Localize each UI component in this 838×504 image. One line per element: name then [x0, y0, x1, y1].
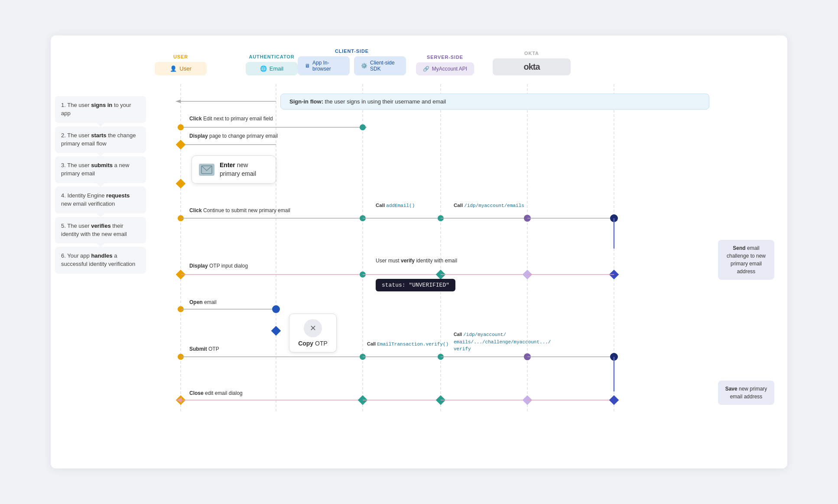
- label-display-page: Display page to change primary email: [189, 133, 278, 139]
- col-auth: AUTHENTICATOR 🌐 Email: [241, 54, 302, 75]
- svg-rect-38: [271, 326, 281, 336]
- copy-label: Copy OTP: [298, 340, 328, 347]
- email-card-icon: [199, 164, 214, 176]
- svg-rect-14: [176, 140, 186, 150]
- svg-marker-7: [175, 100, 181, 103]
- okta-panel-send: Send email challenge to new primary emai…: [718, 240, 774, 280]
- label-click-edit: Click Edit next to primary email field: [189, 116, 273, 122]
- header-row: USER 👤 User AUTHENTICATOR 🌐 Email: [146, 48, 779, 75]
- signin-banner: Sign-in flow: the user signs in using th…: [280, 94, 709, 110]
- step-3: 3. The user submits a new primary email: [55, 156, 146, 183]
- col-okta: OKTA okta: [488, 51, 575, 75]
- col-box-auth: 🌐 Email: [246, 62, 298, 75]
- label-click-continue: Click Continue to submit new primary ema…: [189, 207, 290, 213]
- step-2: 2. The user starts the change primary em…: [55, 126, 146, 153]
- label-call-idp: Call /idp/myaccount/emails: [454, 203, 524, 208]
- col-label-client: CLIENT-SIDE: [335, 48, 369, 54]
- col-label-auth: AUTHENTICATOR: [249, 54, 294, 59]
- step-1: 1. The user signs in to your app: [55, 96, 146, 123]
- label-call-addemail: Call addEmail(): [376, 203, 415, 208]
- enter-email-text: Enter newprimary email: [220, 161, 256, 178]
- swim-area: Sign-in flow: the user signs in using th…: [146, 84, 779, 413]
- status-badge: status: "UNVERIFIED": [376, 279, 455, 291]
- okta-panel-save: Save new primary email address: [718, 381, 774, 405]
- col-box-server: 🔗 MyAccount API: [416, 62, 474, 75]
- col-box-sdk: ⚙️ Client-side SDK: [354, 56, 406, 75]
- col-label-server: SERVER-SIDE: [427, 55, 463, 60]
- label-call-verify: Call EmailTransaction.verify(): [367, 341, 448, 347]
- step-5: 5. The user verifies their identity with…: [55, 217, 146, 244]
- label-call-challenge: Call /idp/myaccount/emails/.../challenge…: [454, 331, 523, 353]
- col-box-okta: okta: [493, 58, 571, 75]
- label-user-must-verify: User must verify identity with email: [376, 258, 457, 264]
- svg-rect-57: [609, 395, 619, 405]
- copy-icon: ✕: [304, 319, 322, 337]
- diagram-main: USER 👤 User AUTHENTICATOR 🌐 Email: [146, 48, 779, 413]
- label-close-dialog: Close edit email dialog: [189, 390, 243, 396]
- col-server: SERVER-SIDE 🔗 MyAccount API: [402, 55, 488, 75]
- sidebar: 1. The user signs in to your app 2. The …: [55, 48, 146, 413]
- svg-point-11: [178, 124, 184, 130]
- label-display-otp: Display OTP input dialog: [189, 263, 248, 269]
- svg-point-37: [272, 305, 280, 313]
- col-client: CLIENT-SIDE 🖥 App In-browser ⚙️ Client-s…: [302, 48, 402, 75]
- svg-point-10: [360, 124, 366, 130]
- col-label-okta: OKTA: [524, 51, 539, 56]
- col-box-client: 🖥 App In-browser: [298, 56, 350, 75]
- label-submit-otp: Submit OTP: [189, 346, 219, 352]
- diagram-container: 1. The user signs in to your app 2. The …: [51, 36, 787, 468]
- enter-email-card: Enter newprimary email: [192, 155, 276, 184]
- col-box-user: 👤 User: [155, 62, 207, 75]
- copy-otp-card: ✕ Copy OTP: [289, 313, 337, 352]
- label-open-email: Open email: [189, 299, 217, 305]
- col-label-user: USER: [173, 54, 188, 59]
- col-user: USER 👤 User: [155, 54, 207, 75]
- step-4: 4. Identity Engine requests new email ve…: [55, 187, 146, 213]
- svg-rect-15: [176, 179, 186, 189]
- step-6: 6. Your app handles a successful identit…: [55, 247, 146, 274]
